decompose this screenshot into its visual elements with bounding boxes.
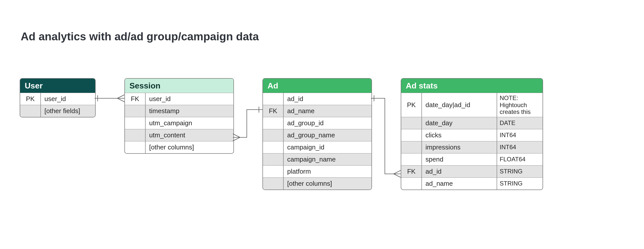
key-cell	[263, 129, 284, 141]
svg-line-3	[117, 98, 124, 102]
key-cell	[125, 141, 146, 153]
connector-ad-adstats	[371, 96, 401, 186]
field-note: STRING	[497, 166, 543, 177]
field-name: utm_campaign	[146, 117, 233, 129]
svg-line-4	[233, 134, 240, 137]
field-note: DATE	[497, 117, 543, 129]
entity-ad-row: FK ad_name	[263, 105, 371, 117]
svg-line-2	[117, 95, 124, 98]
entity-adstats-row: impressions INT64	[401, 141, 543, 153]
key-cell	[263, 178, 284, 190]
key-cell	[263, 141, 284, 153]
entity-ad-row: [other columns]	[263, 177, 371, 190]
key-cell: FK	[401, 166, 422, 177]
entity-session-row: [other columns]	[125, 141, 233, 153]
field-name: ad_id	[422, 166, 497, 177]
field-name: ad_name	[284, 105, 371, 117]
entity-session-header: Session	[125, 79, 233, 93]
key-cell	[401, 141, 422, 153]
key-cell	[263, 117, 284, 129]
entity-adstats-row: spend FLOAT64	[401, 153, 543, 165]
field-name: ad_name	[422, 178, 497, 190]
entity-user: User PK user_id [other fields]	[20, 78, 96, 117]
field-name: campaign_name	[284, 153, 371, 165]
entity-ad-row: ad_group_id	[263, 117, 371, 129]
entity-adstats: Ad stats PK date_day|ad_id NOTE: Hightou…	[401, 78, 543, 190]
svg-line-8	[394, 170, 401, 174]
field-name: date_day|ad_id	[422, 93, 497, 117]
field-name: user_id	[41, 93, 95, 105]
field-note: INT64	[497, 141, 543, 153]
field-name: ad_group_id	[284, 117, 371, 129]
key-cell: PK	[20, 93, 41, 105]
svg-line-9	[394, 174, 401, 177]
field-name: [other columns]	[146, 141, 233, 153]
entity-ad-header: Ad	[263, 79, 371, 93]
key-cell	[401, 129, 422, 141]
entity-adstats-row: FK ad_id STRING	[401, 165, 543, 177]
key-cell	[401, 153, 422, 165]
field-name: clicks	[422, 129, 497, 141]
key-cell: FK	[125, 93, 146, 105]
key-cell	[125, 117, 146, 129]
key-cell	[263, 153, 284, 165]
connector-session-ad	[233, 101, 263, 146]
field-note: FLOAT64	[497, 153, 543, 165]
field-name: utm_content	[146, 129, 233, 141]
entity-session-row: FK user_id	[125, 93, 233, 105]
svg-line-5	[233, 137, 240, 141]
entity-session-row: timestamp	[125, 105, 233, 117]
key-cell	[125, 129, 146, 141]
entity-ad-row: ad_id	[263, 93, 371, 105]
field-name: timestamp	[146, 105, 233, 117]
entity-adstats-row: PK date_day|ad_id NOTE: Hightouch create…	[401, 93, 543, 117]
entity-session-row: utm_campaign	[125, 117, 233, 129]
field-name: ad_id	[284, 93, 371, 105]
key-cell	[263, 93, 284, 105]
diagram-title: Ad analytics with ad/ad group/campaign d…	[21, 30, 259, 43]
field-name: user_id	[146, 93, 233, 105]
field-name: spend	[422, 153, 497, 165]
field-note: NOTE: Hightouch creates this	[497, 93, 543, 117]
entity-user-row: PK user_id	[20, 93, 95, 105]
entity-adstats-header: Ad stats	[401, 79, 543, 93]
field-name: impressions	[422, 141, 497, 153]
entity-ad-row: ad_group_name	[263, 129, 371, 141]
field-name: campaign_id	[284, 141, 371, 153]
entity-ad-row: campaign_name	[263, 153, 371, 165]
field-note: INT64	[497, 129, 543, 141]
entity-session: Session FK user_id timestamp utm_campaig…	[124, 78, 234, 154]
entity-adstats-row: date_day DATE	[401, 117, 543, 129]
field-name: date_day	[422, 117, 497, 129]
key-cell	[20, 105, 41, 117]
key-cell: FK	[263, 105, 284, 117]
field-name: platform	[284, 166, 371, 177]
entity-user-header: User	[20, 79, 95, 93]
entity-ad-row: platform	[263, 165, 371, 177]
entity-ad-row: campaign_id	[263, 141, 371, 153]
entity-user-row: [other fields]	[20, 105, 95, 117]
key-cell	[263, 166, 284, 177]
key-cell: PK	[401, 93, 422, 117]
key-cell	[401, 117, 422, 129]
entity-adstats-row: clicks INT64	[401, 129, 543, 141]
field-name: [other columns]	[284, 178, 371, 190]
entity-ad: Ad ad_id FK ad_name ad_group_id ad_group…	[262, 78, 372, 190]
field-name: [other fields]	[41, 105, 95, 117]
key-cell	[125, 105, 146, 117]
entity-session-row: utm_content	[125, 129, 233, 141]
field-name: ad_group_name	[284, 129, 371, 141]
field-note: STRING	[497, 178, 543, 190]
connector-user-session	[95, 96, 125, 106]
key-cell	[401, 178, 422, 190]
entity-adstats-row: ad_name STRING	[401, 177, 543, 190]
